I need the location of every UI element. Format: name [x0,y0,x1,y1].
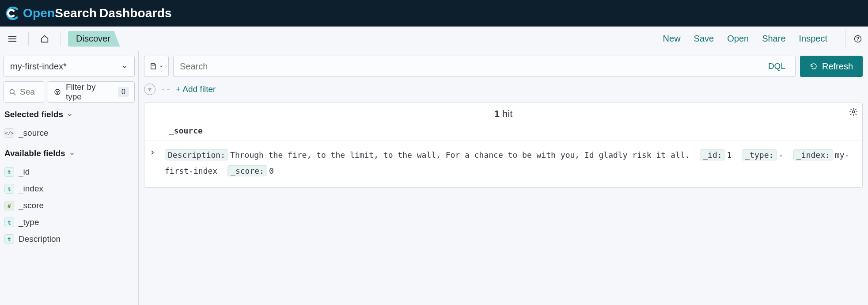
save-link[interactable]: Save [694,34,714,44]
field-value: - [778,150,783,160]
results-panel: 1 hit _source Description:Through the fi… [144,103,863,188]
sidebar: my-first-index* Filter by type 0 Selecte… [0,51,139,305]
field-search[interactable] [4,81,44,103]
home-button[interactable] [36,30,53,48]
filter-actions-icon [147,86,153,92]
breadcrumb: Discover [68,31,120,47]
breadcrumb-current[interactable]: Discover [68,31,120,47]
field-type-string-icon: t [4,234,14,244]
field-name: Description [19,234,61,244]
available-fields-header[interactable]: Available fields [4,146,135,159]
field-key: _id: [700,149,725,160]
index-pattern-select[interactable]: my-first-index* [4,56,135,77]
selected-fields-list: </>_source [4,125,135,141]
logo-mark-icon [6,7,19,20]
refresh-icon [810,62,818,70]
filter-icon [53,88,61,96]
chevron-down-icon [69,151,75,157]
field-item[interactable]: </>_source [4,126,135,140]
field-type-string-icon: t [4,217,14,227]
logo-open: Open [23,6,55,20]
field-key: _index: [793,149,833,160]
field-item[interactable]: #_score [4,199,135,212]
field-name: _index [19,184,43,194]
field-value: 1 [727,150,732,160]
refresh-label: Refresh [822,61,853,72]
selected-fields-label: Selected fields [4,110,63,119]
filter-bar: + Add filter [144,81,863,97]
filter-by-type[interactable]: Filter by type 0 [48,81,135,103]
gear-icon [849,107,858,116]
field-value: 0 [269,166,274,175]
saved-queries-button[interactable] [144,56,169,77]
index-pattern-label: my-first-index* [10,61,67,72]
inspect-link[interactable]: Inspect [799,34,827,44]
svg-point-1 [857,40,858,41]
help-button[interactable] [845,30,863,48]
home-icon [40,34,49,44]
field-key: _score: [227,165,267,176]
field-search-input[interactable] [20,87,38,97]
chevron-down-icon [159,64,163,69]
help-icon [853,34,862,43]
hits-header: 1 hit [144,103,862,123]
logo-text: OpenSearchDashboards [23,6,172,20]
save-icon [149,62,157,70]
logo: OpenSearchDashboards [6,6,172,20]
available-fields-label: Available fields [4,149,65,158]
hamburger-icon [8,34,17,44]
field-type-number-icon: # [4,201,14,210]
filter-connector [162,89,170,90]
field-item[interactable]: t_id [4,165,135,179]
field-item[interactable]: tDescription [4,233,135,246]
query-input-wrap[interactable]: DQL [173,56,796,77]
logo-dash: Dashboards [99,6,172,20]
nav-toggle-button[interactable] [4,30,21,48]
dql-toggle[interactable]: DQL [765,61,789,71]
svg-point-5 [853,111,855,113]
field-name: _score [19,201,44,210]
field-value: Through the fire, to the limit, to the w… [230,150,690,160]
search-icon [8,88,16,96]
field-name: _id [19,167,30,177]
document-row: Description:Through the fire, to the lim… [144,141,862,187]
field-type-string-icon: t [4,167,14,177]
toolbar: Discover New Save Open Share Inspect [0,27,868,51]
chevron-right-icon [149,149,156,156]
expand-row-button[interactable] [149,147,159,156]
change-all-filters-button[interactable] [144,84,155,95]
available-fields-list: t_idt_index#_scoret_typetDescription [4,164,135,248]
svg-rect-4 [152,64,154,65]
refresh-button[interactable]: Refresh [800,56,863,77]
query-input[interactable] [180,61,765,72]
chevron-down-icon [121,63,128,70]
field-name: _type [19,217,39,227]
field-key: Description: [165,149,228,160]
divider [28,32,29,46]
hit-count: 1 [494,108,500,119]
field-type-string-icon: t [4,184,14,194]
query-bar: DQL Refresh [144,56,863,77]
field-type-source-icon: </> [4,128,14,138]
filter-type-count: 0 [118,87,129,97]
logo-search: Search [55,6,97,20]
column-header[interactable]: _source [144,123,862,141]
field-name: _source [19,128,49,138]
brand-bar: OpenSearchDashboards [0,0,868,27]
share-link[interactable]: Share [762,34,785,44]
divider [61,32,61,46]
chevron-down-icon [67,112,73,118]
filter-type-label: Filter by type [66,82,114,102]
open-link[interactable]: Open [727,34,749,44]
field-item[interactable]: t_index [4,182,135,195]
new-link[interactable]: New [663,34,681,44]
hit-suffix: hit [500,108,512,119]
columns-settings-button[interactable] [849,107,858,116]
add-filter-button[interactable]: + Add filter [176,84,216,94]
field-item[interactable]: t_type [4,216,135,229]
content: DQL Refresh + Add filter 1 hit _source [139,51,868,305]
document-source: Description:Through the fire, to the lim… [165,147,854,179]
selected-fields-header[interactable]: Selected fields [4,107,135,120]
field-key: _type: [742,149,777,160]
